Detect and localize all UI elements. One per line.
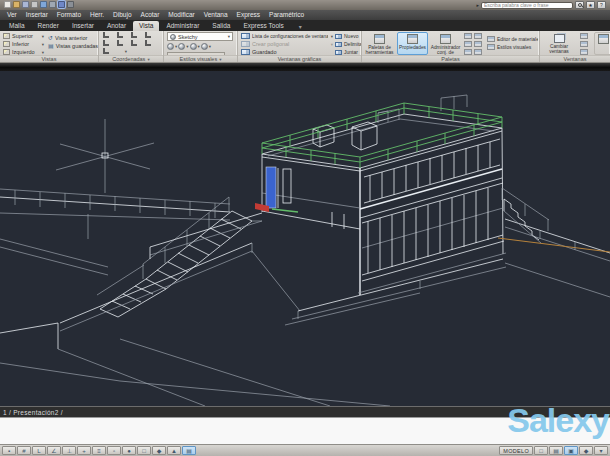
annotation-scale-button[interactable]: ▣ bbox=[564, 446, 578, 455]
panel-label-estilos-visuales[interactable]: Estilos visuales ▾ bbox=[164, 55, 237, 62]
caret-down-icon[interactable]: ▾ bbox=[209, 44, 211, 49]
view-inferior-button[interactable]: Inferior ▾ bbox=[2, 40, 45, 48]
redo-icon[interactable] bbox=[49, 1, 56, 8]
snap-toggle[interactable]: ▪ bbox=[2, 446, 16, 455]
caret-down-icon[interactable]: ▾ bbox=[186, 44, 188, 49]
drawing-viewport[interactable] bbox=[0, 71, 610, 406]
visual-style-dropdown[interactable]: Sketchy ▾ bbox=[167, 32, 233, 41]
tab-malla[interactable]: Malla bbox=[3, 21, 31, 31]
panel-label-vistas[interactable]: Vistas bbox=[0, 55, 98, 62]
panel-expand-icon[interactable]: ▾ bbox=[219, 57, 221, 62]
ucs-icon[interactable] bbox=[115, 31, 127, 39]
caret-down-icon[interactable]: ▾ bbox=[125, 49, 127, 54]
caret-down-icon[interactable]: ▾ bbox=[42, 50, 44, 55]
ucs-icon[interactable] bbox=[143, 31, 155, 39]
grid-toggle[interactable]: # bbox=[17, 446, 31, 455]
otrack-toggle[interactable]: + bbox=[77, 446, 91, 455]
ucs-icon[interactable] bbox=[101, 31, 113, 39]
workspace-switch-button[interactable]: ◆ bbox=[579, 446, 593, 455]
panel-label-paletas[interactable]: Paletas bbox=[362, 55, 539, 62]
menu-parametrico[interactable]: Paramétrico bbox=[269, 10, 304, 20]
propiedades-button[interactable]: Propiedades bbox=[397, 32, 428, 55]
save-icon[interactable] bbox=[22, 1, 29, 8]
viewport-config-list-dropdown[interactable]: Lista de configuraciones de ventana gráf… bbox=[240, 32, 334, 40]
menu-dibujo[interactable]: Dibujo bbox=[113, 10, 131, 20]
caret-down-icon[interactable]: ▾ bbox=[331, 34, 333, 39]
infocenter-expand-icon[interactable]: ▸ bbox=[476, 2, 479, 9]
administrador-planos-button[interactable]: Administrador conj. de planos bbox=[430, 32, 461, 55]
favorites-icon[interactable]: ★ bbox=[586, 1, 595, 9]
menu-acotar[interactable]: Acotar bbox=[141, 10, 160, 20]
caret-down-icon[interactable]: ▾ bbox=[228, 34, 230, 39]
palette-small-icon[interactable] bbox=[464, 33, 472, 39]
tab-administrar[interactable]: Administrar bbox=[160, 21, 205, 31]
osnap-toggle[interactable]: ⊥ bbox=[62, 446, 76, 455]
caret-down-icon[interactable]: ▾ bbox=[42, 34, 44, 39]
tab-insertar[interactable]: Insertar bbox=[66, 21, 100, 31]
qat-menu-icon[interactable] bbox=[67, 1, 74, 8]
polar-toggle[interactable]: ∠ bbox=[47, 446, 61, 455]
plot-icon[interactable] bbox=[31, 1, 38, 8]
open-file-icon[interactable] bbox=[13, 1, 20, 8]
nuevo-viewport-button[interactable]: Nuevo bbox=[334, 32, 361, 40]
menu-modificar[interactable]: Modificar bbox=[168, 10, 194, 20]
ucs-icon[interactable] bbox=[129, 39, 141, 47]
shadow-style-button[interactable] bbox=[178, 43, 185, 50]
new-file-icon[interactable] bbox=[4, 1, 11, 8]
ucs-icon[interactable] bbox=[101, 47, 113, 55]
layout-tabs-text[interactable]: 1 / Presentación2 / bbox=[0, 409, 63, 416]
menu-insertar[interactable]: Insertar bbox=[26, 10, 48, 20]
panel-label-ventanas[interactable]: Ventanas bbox=[540, 55, 610, 62]
panel-expand-icon[interactable]: ▾ bbox=[147, 57, 149, 62]
search-input[interactable] bbox=[481, 2, 573, 9]
face-style-button[interactable] bbox=[167, 43, 174, 50]
menu-ver[interactable]: Ver bbox=[7, 10, 17, 20]
status-menu-button[interactable]: ▾ bbox=[594, 446, 608, 455]
tab-salida[interactable]: Salida bbox=[206, 21, 236, 31]
paletas-herramientas-button[interactable]: Paletas de herramientas bbox=[364, 32, 395, 55]
vistas-guardadas-button[interactable]: ▤ Vistas guardadas bbox=[47, 42, 98, 50]
caret-down-icon[interactable]: ▾ bbox=[198, 44, 200, 49]
window-tool-icon[interactable] bbox=[580, 33, 588, 39]
tab-vista[interactable]: Vista bbox=[133, 21, 159, 31]
caret-down-icon[interactable]: ▾ bbox=[175, 44, 177, 49]
estilos-visuales-palette-button[interactable]: Estilos visuales bbox=[486, 43, 538, 51]
dyn-input-toggle[interactable]: ▫ bbox=[107, 446, 121, 455]
partial-button[interactable] bbox=[594, 32, 610, 55]
panel-label-coordenadas[interactable]: Coordenadas ▾ bbox=[99, 55, 163, 62]
lineweight-toggle[interactable]: ● bbox=[122, 446, 136, 455]
ucs-icon[interactable] bbox=[115, 39, 127, 47]
tab-express-tools[interactable]: Express Tools bbox=[237, 21, 289, 31]
ucs-icon[interactable] bbox=[143, 39, 155, 47]
vista-anterior-button[interactable]: ↺ Vista anterior bbox=[47, 34, 98, 42]
lighting-style-button[interactable] bbox=[201, 43, 208, 50]
transparency-toggle[interactable]: □ bbox=[137, 446, 151, 455]
window-tool-icon[interactable] bbox=[580, 41, 588, 47]
edge-style-button[interactable] bbox=[190, 43, 197, 50]
quick-view-drawings-button[interactable]: ▤ bbox=[549, 446, 563, 455]
model-space-button[interactable]: MODELO bbox=[499, 446, 533, 455]
help-icon[interactable]: ? bbox=[597, 1, 606, 9]
workspace-icon[interactable] bbox=[58, 1, 65, 8]
palette-small-icon[interactable] bbox=[474, 33, 482, 39]
annotation-toggle[interactable]: ▤ bbox=[182, 446, 196, 455]
panel-label-ventanas-graficas[interactable]: Ventanas gráficas bbox=[238, 55, 361, 62]
menu-express[interactable]: Express bbox=[237, 10, 260, 20]
palette-small-icon[interactable] bbox=[464, 41, 472, 47]
ortho-toggle[interactable]: L bbox=[32, 446, 46, 455]
ucs-icon[interactable]: ▾ bbox=[115, 47, 127, 55]
ucs-icon[interactable] bbox=[129, 31, 141, 39]
ribbon-options-caret-icon[interactable]: ▾ bbox=[291, 23, 306, 31]
quick-properties-toggle[interactable]: ◆ bbox=[152, 446, 166, 455]
quick-view-layouts-button[interactable]: □ bbox=[534, 446, 548, 455]
tab-anotar[interactable]: Anotar bbox=[101, 21, 132, 31]
menu-ventana[interactable]: Ventana bbox=[204, 10, 228, 20]
ducs-toggle[interactable]: ≡ bbox=[92, 446, 106, 455]
cambiar-ventanas-button[interactable]: Cambiar ventanas bbox=[543, 32, 575, 55]
caret-down-icon[interactable]: ▾ bbox=[42, 42, 44, 47]
undo-icon[interactable] bbox=[40, 1, 47, 8]
selection-cycling-toggle[interactable]: ▲ bbox=[167, 446, 181, 455]
tab-render[interactable]: Render bbox=[32, 21, 65, 31]
ucs-icon[interactable] bbox=[101, 39, 113, 47]
editor-materiales-button[interactable]: Editor de materiales bbox=[486, 35, 538, 43]
